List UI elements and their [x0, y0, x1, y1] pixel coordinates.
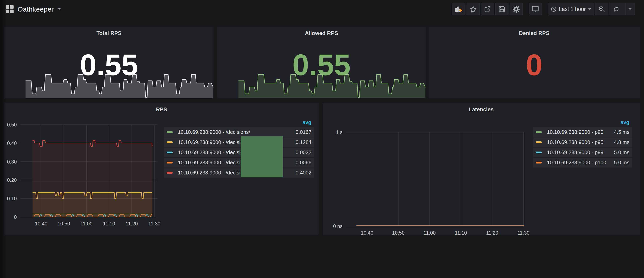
series-avg-value: 0.0066	[296, 160, 312, 166]
sparkline-fill	[26, 74, 213, 98]
series-avg-value: 4.8 ms	[614, 139, 630, 145]
series-avg-value: 0.4002	[296, 170, 312, 176]
panel-title[interactable]: Total RPS	[4, 27, 214, 36]
series-label[interactable]: 10.10.69.238:9000 - p95	[547, 139, 603, 145]
latencies-legend: avg10.10.69.238:9000 - p904.5 ms10.10.69…	[533, 118, 632, 168]
legend-overlay-artifact	[241, 136, 283, 177]
dashboard-grid-icon[interactable]	[6, 5, 14, 13]
series-avg-value: 0.1284	[296, 139, 312, 145]
star-icon	[470, 6, 476, 12]
series-label[interactable]: 10.10.69.238:9000 - p90	[547, 129, 603, 135]
series-label[interactable]: 10.10.69.238:9000 - p99	[547, 149, 603, 156]
legend-row[interactable]: 10.10.69.238:9000 - p904.5 ms	[533, 127, 632, 137]
x-tick-label: 11:00	[424, 230, 436, 236]
favorite-button[interactable]	[466, 3, 480, 15]
panel-latencies-graph: Latencies 10:4010:5011:0011:1011:2011:30…	[323, 103, 640, 235]
x-tick-label: 11:10	[455, 230, 467, 236]
legend-row[interactable]: 10.10.69.238:9000 - p954.8 ms	[533, 137, 632, 147]
y-tick-label: 0.40	[7, 140, 17, 146]
stat-sparkline	[26, 73, 213, 98]
x-tick-label: 11:30	[148, 221, 160, 227]
latencies-chart-plot[interactable]: 10:4010:5011:0011:1011:2011:300 ns1 s	[325, 124, 532, 242]
legend-row[interactable]: 10.10.69.238:9000 - /decisions/0.4002	[164, 168, 314, 178]
series-avg-value: 5.0 ms	[614, 160, 630, 166]
navbar-right: Last 1 hour	[450, 3, 635, 15]
zoom-out-button[interactable]	[595, 3, 608, 15]
series-color-swatch[interactable]	[536, 152, 542, 153]
legend-row[interactable]: 10.10.69.238:9000 - /decisions/0.1284	[164, 137, 314, 147]
legend-row[interactable]: 10.10.69.238:9000 - /decisions/0.0167	[164, 127, 314, 137]
x-tick-label: 11:20	[486, 230, 498, 236]
share-button[interactable]	[481, 3, 494, 15]
panel-title[interactable]: Allowed RPS	[217, 27, 426, 36]
panel-rps-graph: RPS 10:4010:5011:0011:1011:2011:3000.100…	[4, 103, 318, 235]
series-color-swatch[interactable]	[167, 172, 173, 174]
y-tick-label: 0.10	[7, 196, 17, 201]
series-color-swatch[interactable]	[536, 131, 542, 133]
y-tick-label: 0.50	[7, 122, 17, 127]
panel-denied-rps: Denied RPS 0	[429, 27, 640, 98]
panel-title[interactable]: RPS	[4, 103, 318, 113]
sparkline-fill	[238, 74, 425, 98]
series-fill-4	[32, 140, 152, 217]
x-tick-label: 11:10	[103, 221, 115, 227]
y-tick-label: 0 ns	[333, 224, 342, 229]
series-color-swatch[interactable]	[536, 162, 542, 164]
x-tick-label: 10:40	[35, 221, 48, 227]
legend-avg-column-header[interactable]: avg	[620, 119, 630, 125]
zoom-out-icon	[598, 6, 605, 12]
series-label[interactable]: 10.10.69.238:9000 - /decisions/	[178, 129, 250, 135]
save-button[interactable]	[495, 3, 508, 15]
refresh-button[interactable]	[610, 3, 623, 15]
panel-title[interactable]: Denied RPS	[429, 27, 640, 36]
navbar-left: Oathkeeper	[6, 5, 60, 13]
dashboard-title-caret-icon[interactable]	[58, 8, 60, 10]
series-label[interactable]: 10.10.69.238:9000 - /decisions/	[178, 149, 250, 156]
legend-row[interactable]: 10.10.69.238:9000 - p995.0 ms	[533, 148, 632, 157]
series-color-swatch[interactable]	[167, 141, 173, 143]
series-color-swatch[interactable]	[167, 131, 173, 133]
legend-avg-column-header[interactable]: avg	[302, 119, 312, 125]
series-avg-value: 0.0022	[296, 149, 312, 156]
y-tick-label: 0.30	[7, 159, 17, 165]
settings-button[interactable]	[510, 3, 523, 15]
rps-legend: avg10.10.69.238:9000 - /decisions/0.0167…	[164, 118, 314, 178]
x-tick-label: 10:50	[392, 230, 405, 236]
monitor-icon	[532, 6, 539, 12]
stat-sparkline	[238, 73, 425, 98]
rps-chart-plot[interactable]: 10:4010:5011:0011:1011:2011:3000.100.200…	[4, 117, 166, 232]
panel-title[interactable]: Latencies	[323, 103, 640, 113]
add-panel-button[interactable]	[452, 3, 465, 15]
y-tick-label: 1 s	[336, 129, 342, 135]
share-icon	[484, 6, 491, 12]
dashboard-title[interactable]: Oathkeeper	[18, 5, 54, 13]
x-tick-label: 11:30	[518, 230, 530, 236]
time-range-picker[interactable]: Last 1 hour	[548, 3, 594, 15]
series-color-swatch[interactable]	[167, 152, 173, 153]
add-panel-icon	[455, 5, 462, 13]
cycle-view-mode-button[interactable]	[529, 3, 542, 15]
legend-row[interactable]: 10.10.69.238:9000 - /decisions/0.0022	[164, 148, 314, 157]
series-label[interactable]: 10.10.69.238:9000 - /decisions/	[178, 170, 250, 176]
y-tick-label: 0.20	[7, 177, 17, 183]
stat-value: 0	[429, 44, 640, 86]
time-range-label: Last 1 hour	[559, 6, 586, 12]
series-color-swatch[interactable]	[167, 162, 173, 164]
panel-allowed-rps: Allowed RPS 0.55	[217, 27, 426, 98]
refresh-interval-caret-icon	[629, 8, 632, 10]
series-color-swatch[interactable]	[536, 141, 542, 143]
legend-row[interactable]: 10.10.69.238:9000 - /decisions/0.0066	[164, 158, 314, 168]
legend-header-row: avg	[533, 118, 632, 127]
series-label[interactable]: 10.10.69.238:9000 - /decisions/	[178, 139, 250, 145]
clock-icon	[551, 6, 556, 12]
dashboard-navbar: Oathkeeper	[0, 0, 644, 18]
time-range-caret-icon	[588, 8, 591, 10]
y-tick-label: 0	[14, 214, 17, 220]
refresh-interval-dropdown[interactable]	[625, 3, 635, 15]
series-label[interactable]: 10.10.69.238:9000 - p100	[547, 160, 606, 166]
refresh-button-group	[610, 3, 635, 15]
x-tick-label: 11:00	[80, 221, 92, 227]
legend-header-row: avg	[164, 118, 314, 127]
series-label[interactable]: 10.10.69.238:9000 - /decisions/	[178, 160, 250, 166]
legend-row[interactable]: 10.10.69.238:9000 - p1005.0 ms	[533, 158, 632, 168]
